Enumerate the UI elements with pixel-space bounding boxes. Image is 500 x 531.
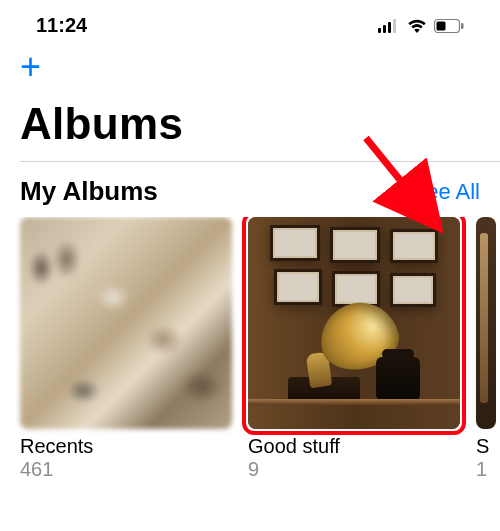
battery-icon xyxy=(434,19,464,33)
svg-rect-1 xyxy=(383,25,386,33)
svg-rect-2 xyxy=(388,22,391,33)
svg-rect-3 xyxy=(393,19,396,33)
album-thumbnail[interactable] xyxy=(20,217,232,429)
see-all-link[interactable]: See All xyxy=(412,179,481,205)
status-icons xyxy=(378,18,464,34)
album-count: 9 xyxy=(248,458,460,481)
svg-rect-5 xyxy=(437,21,446,30)
svg-rect-6 xyxy=(461,23,464,29)
cellular-icon xyxy=(378,19,400,33)
album-thumbnail[interactable] xyxy=(248,217,460,429)
albums-row[interactable]: Recents 461 Good stuff 9 xyxy=(0,217,500,481)
add-button[interactable]: + xyxy=(20,49,41,85)
wifi-icon xyxy=(406,18,428,34)
album-name: Recents xyxy=(20,435,232,458)
page-title: Albums xyxy=(0,85,500,161)
album-name: S xyxy=(476,435,496,458)
album-item-next[interactable]: S 1 xyxy=(476,217,496,481)
section-header: My Albums See All xyxy=(0,162,500,217)
album-thumbnail[interactable] xyxy=(476,217,496,429)
album-name: Good stuff xyxy=(248,435,460,458)
album-count: 1 xyxy=(476,458,496,481)
toolbar: + xyxy=(0,45,500,85)
album-item-recents[interactable]: Recents 461 xyxy=(20,217,232,481)
svg-rect-0 xyxy=(378,28,381,33)
status-bar: 11:24 xyxy=(0,0,500,45)
section-title: My Albums xyxy=(20,176,158,207)
album-item-good-stuff[interactable]: Good stuff 9 xyxy=(248,217,460,481)
album-count: 461 xyxy=(20,458,232,481)
status-time: 11:24 xyxy=(36,14,87,37)
